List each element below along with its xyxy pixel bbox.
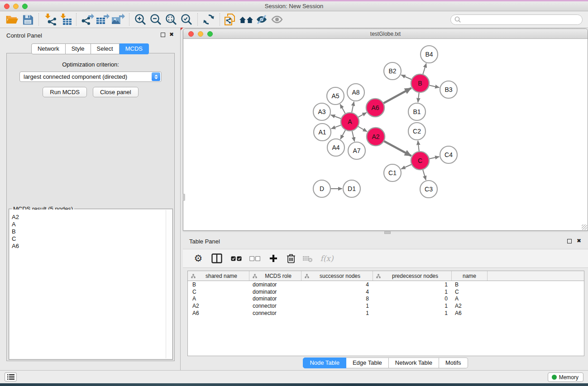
- cell-successor-nodes[interactable]: 1: [301, 303, 373, 309]
- graph-node-A[interactable]: A: [341, 113, 359, 131]
- cell-shared-name[interactable]: A: [188, 295, 249, 302]
- graph-edge-B-B1[interactable]: [418, 93, 419, 102]
- optimization-criterion-select[interactable]: largest connected component (directed): [19, 71, 162, 82]
- cell-name[interactable]: A2: [452, 303, 488, 309]
- graph-edge-A-A7[interactable]: [352, 131, 354, 141]
- cell-name[interactable]: A: [452, 295, 488, 302]
- graph-node-B2[interactable]: B2: [384, 62, 401, 80]
- cell-MCDS-role[interactable]: connector: [249, 310, 301, 316]
- result-list-scrollbar[interactable]: [166, 210, 172, 358]
- graph-node-C4[interactable]: C4: [440, 146, 457, 163]
- graph-node-C[interactable]: C: [411, 152, 429, 170]
- cell-MCDS-role[interactable]: connector: [249, 303, 301, 309]
- graph-node-B4[interactable]: B4: [421, 46, 438, 63]
- graph-node-A5[interactable]: A5: [327, 87, 344, 105]
- export-image-button[interactable]: [110, 12, 126, 27]
- cell-name[interactable]: A6: [452, 310, 488, 316]
- cell-successor-nodes[interactable]: 8: [301, 295, 373, 302]
- cell-shared-name[interactable]: C: [188, 289, 249, 295]
- cell-name[interactable]: B: [452, 281, 488, 288]
- graph-edge-C-C3[interactable]: [423, 170, 426, 180]
- cell-predecessor-nodes[interactable]: 1: [373, 310, 452, 316]
- clone-network-button[interactable]: [223, 12, 239, 27]
- show-all-networks-button[interactable]: [239, 12, 254, 27]
- cell-successor-nodes[interactable]: 1: [301, 310, 373, 316]
- float-panel-icon[interactable]: [161, 33, 165, 37]
- cell-successor-nodes[interactable]: 4: [301, 289, 373, 295]
- zoom-out-button[interactable]: [148, 12, 163, 27]
- network-graph[interactable]: AA1A2A3A4A5A6A7A8BB1B2B3B4CC1C2C3C4DD1: [183, 39, 588, 230]
- save-session-button[interactable]: [20, 12, 35, 27]
- table-row[interactable]: Bdominator41B: [188, 281, 584, 288]
- zoom-in-button[interactable]: [133, 12, 148, 27]
- graph-node-A3[interactable]: A3: [313, 103, 330, 120]
- graph-node-D[interactable]: D: [313, 180, 330, 197]
- export-network-button[interactable]: [80, 12, 95, 27]
- graph-edge-C-C1[interactable]: [401, 165, 411, 169]
- cell-MCDS-role[interactable]: dominator: [249, 281, 301, 288]
- network-canvas[interactable]: AA1A2A3A4A5A6A7A8BB1B2B3B4CC1C2C3C4DD1: [183, 39, 588, 230]
- table-row[interactable]: Adominator80A: [188, 295, 584, 303]
- zoom-selected-button[interactable]: [179, 12, 194, 27]
- memory-button[interactable]: Memory: [548, 372, 583, 382]
- tab-node-table[interactable]: Node Table: [303, 357, 346, 368]
- graph-node-B1[interactable]: B1: [408, 103, 425, 120]
- graph-edge-A-A4[interactable]: [340, 130, 345, 139]
- cell-shared-name[interactable]: B: [188, 281, 249, 288]
- column-header-successor-nodes[interactable]: successor nodes: [301, 271, 373, 281]
- graph-edge-A-A3[interactable]: [331, 115, 341, 119]
- cell-predecessor-nodes[interactable]: 1: [373, 303, 452, 309]
- close-table-panel-icon[interactable]: ✖: [577, 238, 581, 244]
- cell-predecessor-nodes[interactable]: 1: [373, 281, 452, 288]
- cell-shared-name[interactable]: A2: [188, 303, 249, 309]
- result-item[interactable]: C: [10, 235, 172, 243]
- tab-edge-table[interactable]: Edge Table: [346, 357, 389, 368]
- open-session-button[interactable]: [5, 12, 20, 27]
- zoom-fit-button[interactable]: [163, 12, 179, 27]
- graph-node-A4[interactable]: A4: [327, 139, 344, 156]
- graph-edge-A-A8[interactable]: [352, 102, 354, 113]
- search-input[interactable]: [462, 16, 575, 23]
- tab-style[interactable]: Style: [66, 43, 91, 54]
- cell-successor-nodes[interactable]: 4: [301, 281, 373, 288]
- tab-motifs[interactable]: Motifs: [439, 357, 468, 368]
- close-panel-icon[interactable]: ✖: [169, 31, 174, 38]
- graph-edge-B-B2[interactable]: [401, 75, 411, 80]
- graph-edge-A-A1[interactable]: [331, 125, 341, 129]
- network-window-titlebar[interactable]: testGlobe.txt: [183, 29, 588, 39]
- horizontal-scrollbar-thumb[interactable]: [384, 231, 391, 234]
- float-table-panel-icon[interactable]: [567, 239, 572, 243]
- graph-node-C3[interactable]: C3: [420, 181, 437, 198]
- graph-edge-B-B3[interactable]: [430, 86, 440, 88]
- graph-node-A2[interactable]: A2: [367, 128, 385, 146]
- window-resize-grip[interactable]: [582, 224, 587, 230]
- result-item[interactable]: A: [10, 221, 172, 228]
- graph-edge-C-C4[interactable]: [430, 157, 440, 159]
- table-row[interactable]: Cdominator41C: [188, 288, 584, 295]
- cell-shared-name[interactable]: A6: [188, 310, 249, 316]
- graph-node-B3[interactable]: B3: [440, 81, 457, 98]
- tab-network-table[interactable]: Network Table: [389, 357, 439, 368]
- mcds-result-list[interactable]: A2ABCA6: [10, 210, 172, 359]
- tab-mcds[interactable]: MCDS: [120, 43, 149, 54]
- tab-select[interactable]: Select: [91, 43, 120, 54]
- cell-name[interactable]: C: [452, 289, 488, 295]
- graph-edge-A6-B[interactable]: [383, 88, 411, 103]
- tab-network[interactable]: Network: [31, 43, 66, 54]
- graph-edge-A-A6[interactable]: [358, 113, 366, 117]
- cell-predecessor-nodes[interactable]: 0: [373, 295, 452, 302]
- column-header-predecessor-nodes[interactable]: predecessor nodes: [373, 271, 452, 281]
- run-mcds-button[interactable]: Run MCDS: [43, 87, 87, 97]
- graph-edge-B-B4[interactable]: [423, 63, 426, 74]
- cell-MCDS-role[interactable]: dominator: [249, 295, 301, 302]
- delete-column-button[interactable]: [286, 251, 296, 266]
- result-item[interactable]: A6: [10, 243, 172, 250]
- table-settings-button[interactable]: ⚙: [193, 251, 204, 266]
- graph-node-C1[interactable]: C1: [384, 164, 401, 181]
- graph-node-A8[interactable]: A8: [347, 84, 364, 101]
- graph-node-A6[interactable]: A6: [366, 99, 384, 117]
- result-item[interactable]: A2: [10, 214, 172, 221]
- graph-edge-A2-C[interactable]: [384, 141, 411, 156]
- graph-edge-C-C2[interactable]: [418, 141, 419, 151]
- cell-predecessor-nodes[interactable]: 1: [373, 289, 452, 295]
